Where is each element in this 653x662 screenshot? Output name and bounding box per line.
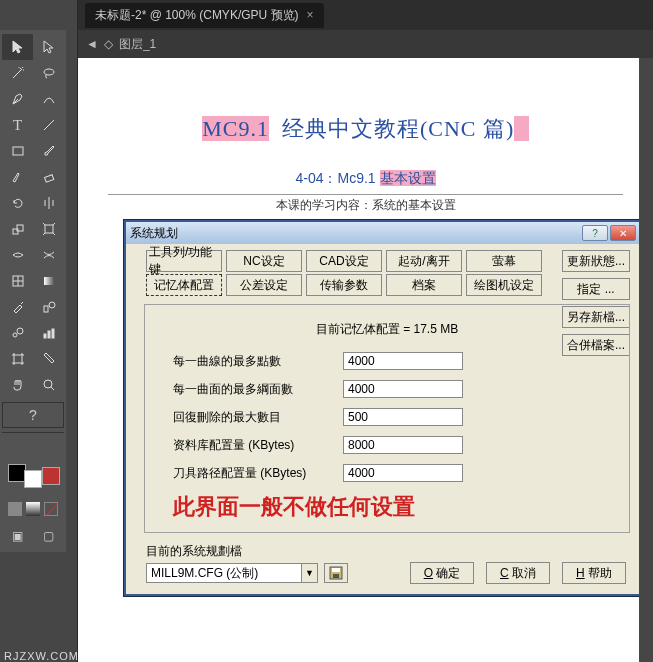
dialog-title: 系统规划 [130,225,178,242]
svg-rect-1 [13,147,23,155]
tab-tolerance[interactable]: 公差设定 [226,274,302,296]
svg-point-9 [49,302,55,308]
current-cfg-label: 目前的系统规劃檔 [146,543,632,560]
doc-title-b: 经典中文教程(CNC 篇) [282,116,514,141]
graph-tool-icon[interactable] [33,320,64,346]
field-input-undo-max[interactable] [343,408,463,426]
field-label-db-alloc: 资料库配置量 (KBytes) [173,437,343,454]
lasso-tool-icon[interactable] [33,60,64,86]
rectangle-tool-icon[interactable] [2,138,33,164]
rotate-tool-icon[interactable] [2,190,33,216]
wand-tool-icon[interactable] [2,60,33,86]
svg-rect-7 [44,277,54,285]
settings-tabs: 工具列/功能键 NC设定 CAD设定 起动/离开 萤幕 记忆体配置 公差设定 传… [146,250,542,296]
help-button-icon[interactable]: ? [582,225,608,241]
tab-start-exit[interactable]: 起动/离开 [386,250,462,272]
eraser-tool-icon[interactable] [33,164,64,190]
svg-rect-13 [48,331,50,338]
slice-tool-icon[interactable] [33,346,64,372]
system-config-dialog: 系统规划 ? ✕ 工具列/功能键 NC设定 CAD设定 起动/离开 萤幕 记忆体… [124,220,642,596]
vertical-scrollbar[interactable] [639,58,653,662]
curvature-tool-icon[interactable] [33,86,64,112]
help-tool-icon[interactable]: ? [2,402,64,428]
gradient-mode-icon[interactable] [26,502,40,516]
screen-mode-alt-icon[interactable]: ▢ [43,529,54,543]
mesh-tool-icon[interactable] [2,268,33,294]
layers-label[interactable]: 图层_1 [119,36,156,53]
warp-tool-icon[interactable] [33,242,64,268]
tab-memory-config[interactable]: 记忆体配置 [146,274,222,296]
ok-button[interactable]: O 确定 [410,562,474,584]
fill-stroke-swatches[interactable] [2,462,64,492]
line-tool-icon[interactable] [33,112,64,138]
color-mode-icon[interactable] [8,502,22,516]
close-button-icon[interactable]: ✕ [610,225,636,241]
svg-rect-19 [333,574,339,578]
close-tab-icon[interactable]: × [307,8,314,22]
tab-transfer-params[interactable]: 传输参数 [306,274,382,296]
svg-rect-14 [52,329,54,338]
tab-files[interactable]: 档案 [386,274,462,296]
svg-rect-2 [44,175,53,182]
svg-point-0 [44,69,54,75]
current-cfg-combo[interactable]: MILL9M.CFG (公制) ▼ [146,563,318,583]
back-icon[interactable]: ◄ [86,37,98,51]
color-swatch[interactable] [42,467,60,485]
doc-sub-b: 基本设置 [380,170,436,186]
help-button[interactable]: H 帮助 [562,562,626,584]
hand-tool-icon[interactable] [2,372,33,398]
eyedropper-tool-icon[interactable] [2,294,33,320]
none-mode-icon[interactable] [44,502,58,516]
symbol-tool-icon[interactable] [2,320,33,346]
tab-toolbar-fnkeys[interactable]: 工具列/功能键 [146,250,222,272]
svg-rect-12 [44,334,46,338]
cancel-button[interactable]: C 取消 [486,562,550,584]
blend-tool-icon[interactable] [33,294,64,320]
svg-rect-8 [44,306,48,312]
width-tool-icon[interactable] [2,242,33,268]
screen-mode-icon[interactable]: ▣ [12,529,23,543]
tab-plotter[interactable]: 绘图机设定 [466,274,542,296]
gradient-tool-icon[interactable] [33,268,64,294]
svg-rect-15 [14,355,22,363]
field-input-curve-pts[interactable] [343,352,463,370]
tools-rail: T [0,0,78,662]
scale-tool-icon[interactable] [2,216,33,242]
doc-title: MC9.1 经典中文教程(CNC 篇) [78,114,653,144]
update-status-button[interactable]: 更新狀態... [562,250,630,272]
doc-sub-a: 4-04：Mc9.1 [295,170,375,186]
doc-subtitle: 4-04：Mc9.1 基本设置 [78,170,653,188]
svg-point-16 [44,380,52,388]
artboard-tool-icon[interactable] [2,346,33,372]
document-tab[interactable]: 未标题-2* @ 100% (CMYK/GPU 预览) × [85,3,324,28]
tab-screen[interactable]: 萤幕 [466,250,542,272]
free-transform-tool-icon[interactable] [33,216,64,242]
tools-panel: T [0,30,66,552]
chevron-down-icon[interactable]: ▼ [301,564,317,582]
zoom-tool-icon[interactable] [33,372,64,398]
pen-tool-icon[interactable] [2,86,33,112]
doc-lesson: 本课的学习内容：系统的基本设置 [78,197,653,214]
warning-text: 此界面一般不做任何设置 [173,492,619,522]
direct-select-tool-icon[interactable] [33,34,64,60]
field-input-toolpath-alloc[interactable] [343,464,463,482]
tab-cad-settings[interactable]: CAD设定 [306,250,382,272]
brush-tool-icon[interactable] [33,138,64,164]
tab-nc-settings[interactable]: NC设定 [226,250,302,272]
dialog-titlebar[interactable]: 系统规划 ? ✕ [126,222,640,244]
layers-breadcrumb: ◄ ◇ 图层_1 [78,30,653,58]
stroke-swatch[interactable] [24,470,42,488]
field-label-toolpath-alloc: 刀具路径配置量 (KBytes) [173,465,343,482]
field-input-db-alloc[interactable] [343,436,463,454]
selection-tool-icon[interactable] [2,34,33,60]
reflect-tool-icon[interactable] [33,190,64,216]
type-tool-icon[interactable]: T [2,112,33,138]
layers-stack-icon: ◇ [104,37,113,51]
save-cfg-icon[interactable] [324,563,348,583]
svg-rect-5 [45,225,53,233]
field-input-surface-nets[interactable] [343,380,463,398]
doc-title-a: MC9.1 [202,116,269,141]
divider [108,194,623,195]
assign-button[interactable]: 指定 ... [562,278,630,300]
shaper-tool-icon[interactable] [2,164,33,190]
